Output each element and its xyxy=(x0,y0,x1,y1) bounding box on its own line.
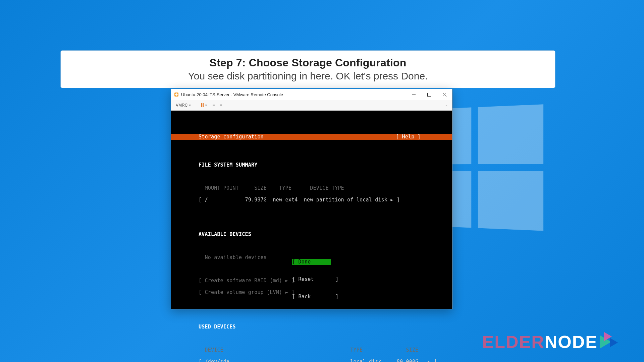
close-button[interactable] xyxy=(437,89,452,100)
svg-rect-7 xyxy=(220,105,222,106)
available-devices-heading: AVAILABLE DEVICES xyxy=(171,232,452,237)
fs-root-row[interactable]: [ / 79.997G new ext4 new partition of lo… xyxy=(171,197,452,203)
vmware-icon xyxy=(174,92,179,97)
installer-terminal[interactable]: Storage configuration [ Help ] FILE SYST… xyxy=(171,111,452,309)
used-headers: DEVICE TYPE SIZE xyxy=(171,347,452,353)
vmware-window: Ubuntu-20.04LTS-Server - VMware Remote C… xyxy=(171,89,452,309)
window-titlebar[interactable]: Ubuntu-20.04LTS-Server - VMware Remote C… xyxy=(171,89,452,100)
back-button[interactable]: [ Back ] xyxy=(292,294,331,300)
minimize-button[interactable] xyxy=(406,89,421,100)
chevron-down-icon: ▼ xyxy=(189,104,191,107)
device-sda-row[interactable]: [ /dev/sda local disk 80.000G ► ] xyxy=(171,359,452,362)
window-controls xyxy=(406,89,452,100)
instruction-banner: Step 7: Choose Storage Configuration You… xyxy=(60,50,555,88)
connection-icon[interactable] xyxy=(443,102,449,108)
fs-headers: MOUNT POINT SIZE TYPE DEVICE TYPE xyxy=(171,185,452,191)
logo-triangles-icon xyxy=(600,332,624,352)
used-devices-heading: USED DEVICES xyxy=(171,324,452,330)
pause-icon xyxy=(201,103,204,107)
chevron-down-icon: ▼ xyxy=(205,104,207,107)
vmrc-menu[interactable]: VMRC ▼ xyxy=(174,102,193,109)
vmware-toolbar: VMRC ▼ ▼ xyxy=(171,100,452,111)
installer-header: Storage configuration [ Help ] xyxy=(171,134,452,140)
pause-button[interactable]: ▼ xyxy=(199,102,209,109)
installer-title: Storage configuration xyxy=(171,134,264,140)
reset-button[interactable]: [ Reset ] xyxy=(292,277,331,282)
svg-rect-8 xyxy=(221,105,221,106)
installer-buttons: [ Done ] [ Reset ] [ Back ] xyxy=(171,248,452,311)
help-button[interactable]: [ Help ] xyxy=(396,134,452,140)
svg-rect-5 xyxy=(213,105,215,106)
send-cad-button[interactable] xyxy=(211,102,217,108)
fs-summary-heading: FILE SYSTEM SUMMARY xyxy=(171,162,452,168)
eldernode-logo: ELDERNODE xyxy=(482,332,624,352)
svg-rect-6 xyxy=(213,106,214,106)
banner-title: Step 7: Choose Storage Configuration xyxy=(74,57,542,69)
window-title: Ubuntu-20.04LTS-Server - VMware Remote C… xyxy=(181,92,406,97)
fullscreen-button[interactable] xyxy=(218,102,224,108)
maximize-button[interactable] xyxy=(421,89,437,100)
banner-subtitle: You see disk partitioning in here. OK le… xyxy=(74,70,542,82)
svg-rect-2 xyxy=(427,93,431,96)
done-button[interactable]: [ Done ] xyxy=(292,259,331,265)
